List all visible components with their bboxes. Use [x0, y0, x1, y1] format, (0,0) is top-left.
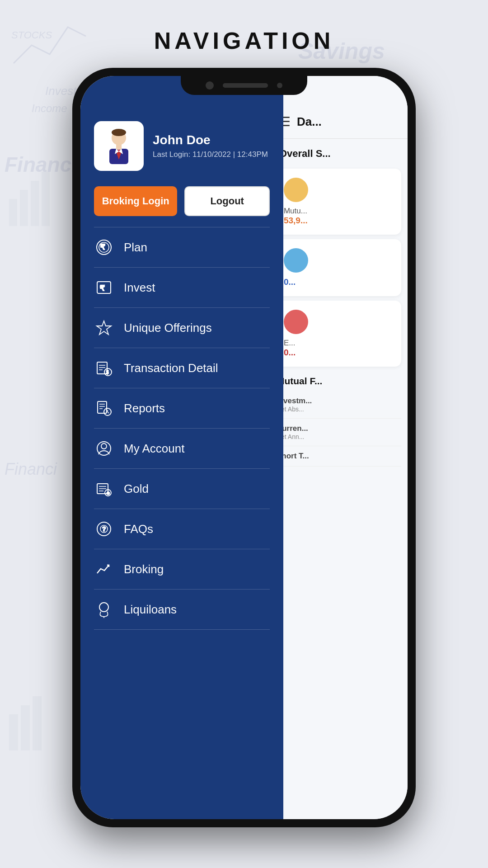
unique-offerings-icon	[94, 318, 114, 338]
mf-label-3: Short T...	[277, 452, 401, 461]
card-label-1: Mutu...	[284, 207, 394, 216]
svg-rect-13	[21, 705, 30, 750]
card-chart-3	[284, 310, 308, 334]
svg-rect-40	[98, 401, 107, 413]
sidebar-item-label-broking: Broking	[124, 562, 164, 576]
sidebar-item-label-plan: Plan	[124, 241, 147, 255]
svg-text:Financi: Financi	[5, 153, 78, 176]
svg-rect-8	[42, 172, 50, 226]
mf-sub-1: Ret Abs...	[277, 406, 401, 413]
card-chart-2	[284, 248, 308, 273]
svg-rect-5	[9, 199, 17, 226]
svg-text:G: G	[107, 491, 110, 495]
svg-point-48	[101, 443, 107, 449]
sidebar-item-broking[interactable]: Broking	[80, 549, 283, 589]
phone-notch	[181, 76, 307, 95]
profile-name: John Doe	[153, 133, 268, 147]
side-navigation: John Doe Last Login: 11/10/2022 | 12:43P…	[80, 76, 283, 819]
svg-rect-6	[20, 190, 28, 226]
notch-camera	[206, 81, 214, 90]
broking-icon	[94, 559, 114, 579]
mf-label-1: Investm...	[277, 396, 401, 406]
portfolio-card-1: Mutu... 53,9...	[277, 169, 401, 235]
sidebar-item-label-transaction: Transaction Detail	[124, 361, 218, 375]
mf-sub-2: Ret Ann...	[277, 433, 401, 440]
sidebar-item-reports[interactable]: Reports	[80, 388, 283, 428]
sidebar-item-faqs[interactable]: ? FAQs	[80, 509, 283, 549]
mf-row-1: Investm... Ret Abs...	[277, 391, 401, 419]
sidebar-item-unique-offerings[interactable]: Unique Offerings	[80, 308, 283, 348]
notch-speaker	[223, 83, 268, 88]
sidebar-item-label-unique: Unique Offerings	[124, 321, 212, 335]
liquiloans-icon	[94, 599, 114, 619]
sidebar-item-invest[interactable]: ₹ Invest	[80, 268, 283, 307]
sidebar-item-label-liquiloans: Liquiloans	[124, 603, 177, 617]
sidebar-item-plan[interactable]: ₹ Plan	[80, 227, 283, 267]
card-chart-1	[284, 178, 308, 202]
nav-divider-10	[94, 629, 270, 630]
plan-icon: ₹	[94, 237, 114, 257]
svg-text:Financi: Financi	[5, 460, 57, 478]
sidebar-item-label-invest: Invest	[124, 281, 155, 295]
my-account-icon	[94, 439, 114, 458]
portfolio-card-3: E... 0...	[277, 301, 401, 367]
svg-line-46	[108, 412, 109, 413]
invest-icon: ₹	[94, 278, 114, 297]
svg-text:₹: ₹	[100, 284, 105, 292]
card-value-1: 53,9...	[284, 216, 394, 226]
logout-button[interactable]: Logout	[184, 186, 269, 216]
mf-row-2: Curren... Ret Ann...	[277, 419, 401, 446]
portfolio-card-2: 0...	[277, 239, 401, 296]
svg-rect-12	[9, 714, 18, 750]
svg-text:Income: Income	[32, 102, 67, 114]
notch-dot	[277, 83, 282, 88]
profile-section: John Doe Last Login: 11/10/2022 | 12:43P…	[80, 112, 283, 182]
right-panel-preview: ☰ Da... Overall S... Mutu... 53,9... 0..…	[270, 76, 408, 819]
right-panel-header: ☰ Da...	[270, 105, 408, 139]
svg-text:?: ?	[102, 525, 106, 533]
profile-last-login: Last Login: 11/10/2022 | 12:43PM	[153, 150, 268, 159]
sidebar-item-liquiloans[interactable]: Liquiloans	[80, 590, 283, 629]
sidebar-item-label-reports: Reports	[124, 401, 165, 415]
phone-screen: John Doe Last Login: 11/10/2022 | 12:43P…	[80, 76, 408, 819]
svg-rect-25	[116, 144, 122, 150]
avatar	[94, 121, 144, 171]
sidebar-item-label-faqs: FAQs	[124, 522, 153, 536]
reports-icon	[94, 398, 114, 418]
faqs-icon: ?	[94, 519, 114, 539]
card-value-3: 0...	[284, 348, 394, 358]
svg-point-58	[99, 603, 108, 612]
card-label-3: E...	[284, 339, 394, 348]
dashboard-title: Da...	[297, 115, 322, 129]
overall-summary-title: Overall S...	[270, 139, 408, 164]
card-value-2: 0...	[284, 277, 394, 287]
profile-info: John Doe Last Login: 11/10/2022 | 12:43P…	[153, 133, 268, 159]
sidebar-item-transaction-detail[interactable]: $ Transaction Detail	[80, 348, 283, 388]
sidebar-item-label-gold: Gold	[124, 482, 149, 496]
svg-rect-14	[33, 696, 42, 750]
svg-rect-34	[97, 362, 107, 374]
mf-row-3: Short T...	[277, 446, 401, 467]
phone-device: John Doe Last Login: 11/10/2022 | 12:43P…	[72, 68, 416, 827]
action-buttons-row: Broking Login Logout	[80, 182, 283, 227]
svg-text:$: $	[106, 370, 109, 375]
gold-icon: G	[94, 479, 114, 499]
sidebar-item-label-account: My Account	[124, 442, 184, 456]
broking-login-button[interactable]: Broking Login	[94, 186, 177, 216]
svg-rect-7	[31, 181, 39, 226]
page-title: NAVIGATION	[0, 27, 488, 54]
mutual-fund-section: Mutual F... Investm... Ret Abs... Curren…	[270, 371, 408, 471]
sidebar-item-my-account[interactable]: My Account	[80, 429, 283, 468]
svg-point-21	[112, 129, 126, 136]
mf-label-2: Curren...	[277, 424, 401, 433]
svg-text:₹: ₹	[100, 243, 105, 251]
mutual-fund-title: Mutual F...	[277, 376, 401, 387]
sidebar-item-gold[interactable]: G Gold	[80, 469, 283, 509]
transaction-icon: $	[94, 358, 114, 378]
svg-marker-33	[97, 321, 111, 335]
